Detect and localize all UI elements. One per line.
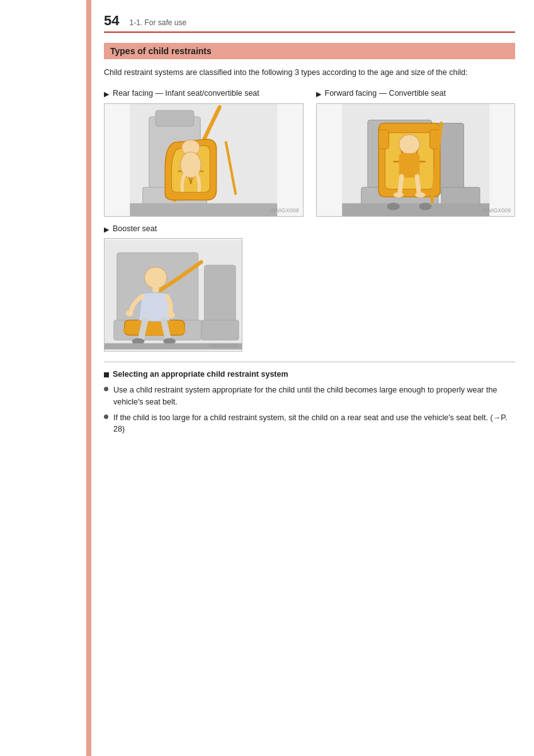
- svg-point-35: [144, 267, 167, 289]
- forward-facing-label: INNIGX009: [482, 207, 511, 214]
- forward-facing-col: ▶ Forward facing — Convertible seat: [316, 88, 516, 217]
- rear-facing-diagram: INNIGX008: [104, 103, 304, 217]
- selecting-bullet-2: If the child is too large for a child re…: [104, 412, 515, 436]
- rear-facing-arrow: ▶: [104, 89, 109, 100]
- intro-text: Child restraint systems are classified i…: [104, 67, 515, 79]
- booster-label: INNIGX010: [209, 342, 238, 348]
- forward-facing-diagram: INNIGX009: [316, 103, 516, 217]
- booster-bullet: ▶ Booster seat: [104, 223, 515, 235]
- booster-diagram: INNIGX010: [104, 238, 242, 352]
- svg-point-29: [419, 202, 431, 210]
- selecting-bullet-1: Use a child restraint system appropriate…: [104, 384, 515, 408]
- selecting-text-1: Use a child restraint system appropriate…: [113, 384, 515, 408]
- svg-point-39: [126, 311, 134, 317]
- svg-rect-11: [130, 203, 277, 215]
- selecting-section: Selecting an appropriate child restraint…: [104, 369, 515, 435]
- main-content: 54 1-1. For safe use Types of child rest…: [91, 0, 534, 756]
- rear-facing-col: ▶ Rear facing — Infant seat/convertible …: [104, 88, 304, 217]
- circle-bullet-icon-1: [104, 387, 108, 391]
- forward-facing-text: Forward facing — Convertible seat: [325, 88, 446, 100]
- svg-rect-27: [342, 203, 489, 215]
- svg-rect-23: [399, 153, 419, 178]
- svg-rect-34: [202, 320, 239, 340]
- selecting-title-text: Selecting an appropriate child restraint…: [113, 369, 288, 381]
- left-sidebar: [0, 0, 91, 756]
- circle-bullet-icon-2: [104, 415, 108, 419]
- svg-point-25: [415, 192, 425, 197]
- section-title-box: Types of child restraints: [104, 43, 515, 59]
- rear-facing-label: INNIGX008: [270, 207, 298, 214]
- rear-facing-bullet: ▶ Rear facing — Infant seat/convertible …: [104, 88, 304, 100]
- booster-arrow: ▶: [104, 224, 109, 235]
- svg-point-28: [387, 202, 399, 210]
- divider: [104, 362, 515, 362]
- svg-rect-17: [378, 129, 389, 149]
- section-box-title: Types of child restraints: [110, 46, 212, 56]
- svg-rect-33: [205, 265, 236, 328]
- selecting-text-2: If the child is too large for a child re…: [113, 412, 515, 436]
- page-container: 54 1-1. For safe use Types of child rest…: [0, 0, 534, 756]
- booster-text: Booster seat: [113, 223, 157, 235]
- square-bullet-icon: [104, 372, 109, 377]
- section-title-header: 1-1. For safe use: [129, 18, 186, 27]
- sidebar-accent-bar: [86, 0, 91, 756]
- booster-section: ▶ Booster seat: [104, 223, 515, 352]
- forward-facing-arrow: ▶: [316, 89, 321, 100]
- forward-facing-bullet: ▶ Forward facing — Convertible seat: [316, 88, 516, 100]
- two-col-layout: ▶ Rear facing — Infant seat/convertible …: [104, 88, 515, 217]
- svg-point-22: [399, 134, 419, 154]
- svg-point-40: [168, 312, 175, 319]
- svg-rect-3: [156, 110, 194, 126]
- page-header: 54 1-1. For safe use: [104, 13, 515, 33]
- page-number: 54: [104, 13, 119, 29]
- rear-facing-text: Rear facing — Infant seat/convertible se…: [113, 88, 259, 100]
- svg-point-24: [393, 192, 403, 197]
- selecting-title: Selecting an appropriate child restraint…: [104, 369, 515, 381]
